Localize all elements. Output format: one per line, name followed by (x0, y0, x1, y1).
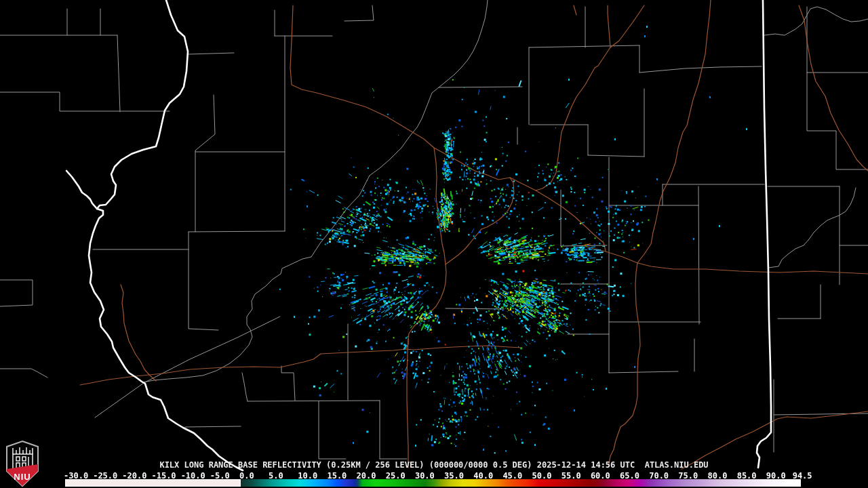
colorbar-gradient (241, 479, 801, 487)
niu-logo-text: NIU (14, 472, 31, 482)
radar-map-canvas (0, 0, 868, 488)
niu-logo: NIU (5, 440, 40, 487)
colorbar-below-zero-box (65, 479, 241, 487)
colorbar-bar (65, 479, 801, 487)
product-caption: KILX LONG RANGE BASE REFLECTIVITY (0.25K… (159, 460, 708, 470)
radar-viewport: KILX LONG RANGE BASE REFLECTIVITY (0.25K… (0, 0, 868, 488)
